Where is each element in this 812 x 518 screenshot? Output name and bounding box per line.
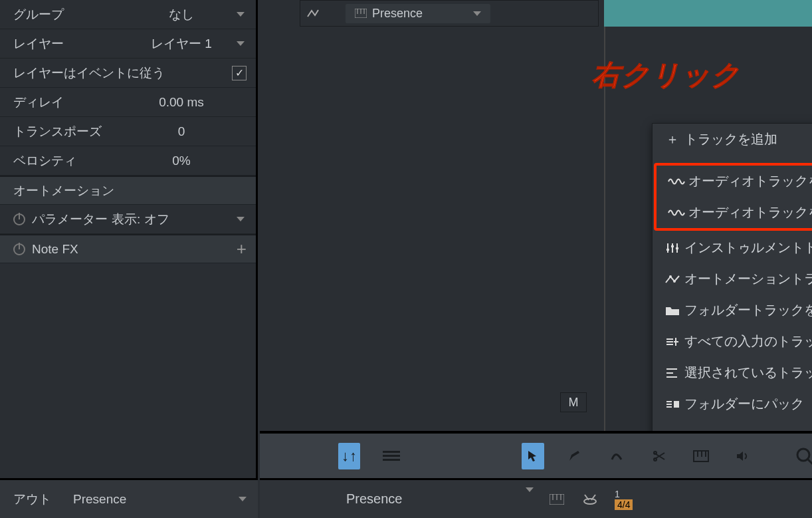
time-signature-value: 4/4 (615, 499, 633, 510)
add-notefx-icon[interactable]: + (237, 239, 247, 259)
transpose-label: トランスポーズ (13, 123, 128, 140)
prop-layer[interactable]: レイヤー レイヤー 1 (0, 29, 256, 59)
automation-line-icon (307, 9, 319, 18)
dropdown-icon[interactable] (473, 11, 481, 16)
output-selector[interactable]: アウト Presence (0, 478, 258, 518)
svg-point-36 (584, 499, 596, 504)
track-header[interactable]: Presence (300, 0, 599, 27)
menu-add-bus[interactable]: 選択されているトラックのバスを追加 (653, 357, 812, 388)
sliders-icon (660, 242, 684, 254)
velocity-label: ベロシティ (13, 152, 128, 170)
menu-label: オーディオトラックを追加（ステレオ） (688, 203, 812, 221)
tool-search[interactable] (794, 443, 812, 469)
piano-icon[interactable] (540, 494, 573, 505)
inspector-panel: グループ なし レイヤー レイヤー 1 レイヤーはイベントに従う ✓ ディレイ … (0, 0, 258, 518)
arrange-toolbar: ↓↑ (260, 431, 812, 478)
menu-add-folder-track[interactable]: フォルダートラックを追加 (653, 295, 812, 326)
svg-point-11 (673, 280, 676, 283)
instrument-name: Presence (372, 7, 423, 21)
svg-rect-23 (674, 401, 679, 408)
power-icon[interactable] (13, 213, 25, 225)
group-value: なし (128, 6, 235, 23)
bus-icon (660, 367, 684, 379)
tool-sort[interactable]: ↓↑ (338, 443, 360, 469)
menu-label: オートメーショントラックを追加 (684, 270, 812, 288)
layer-follows-checkbox[interactable]: ✓ (232, 66, 247, 80)
channel-instrument[interactable]: Presence (346, 491, 526, 507)
menu-add-audio-stereo[interactable]: オーディオトラックを追加（ステレオ） (657, 197, 812, 228)
menu-add-instrument-track[interactable]: インストゥルメントトラックを追加 (653, 232, 812, 263)
dropdown-icon[interactable] (235, 217, 247, 221)
tool-draw[interactable] (606, 443, 628, 469)
dropdown-icon[interactable] (235, 41, 247, 46)
tool-list[interactable] (380, 443, 402, 469)
menu-label: オーディオトラックを追加（モノ） (688, 172, 812, 190)
mixer-channel-bar: Presence 1 4/4 (260, 478, 812, 518)
automation-section-header[interactable]: オートメーション (0, 176, 256, 205)
transpose-value: 0 (128, 124, 235, 139)
time-signature[interactable]: 1 4/4 (615, 489, 633, 510)
dropdown-icon[interactable] (526, 492, 540, 507)
svg-line-31 (808, 459, 812, 465)
layer-value: レイヤー 1 (128, 35, 235, 53)
bar-number: 1 (615, 489, 633, 499)
prop-layer-follows-event: レイヤーはイベントに従う ✓ (0, 59, 256, 88)
dropdown-icon[interactable] (235, 12, 247, 17)
menu-add-automation-track[interactable]: オートメーショントラックを追加 (653, 263, 812, 295)
delay-value: 0.00 ms (128, 95, 235, 110)
menu-label: 選択されているトラックのバスを追加 (684, 364, 812, 382)
svg-point-30 (797, 449, 809, 461)
plus-icon: ＋ (660, 130, 684, 148)
menu-add-all-input-tracks[interactable]: すべての入力のトラックを追加 (653, 326, 812, 357)
prop-group[interactable]: グループ なし (0, 0, 256, 29)
instrument-selector[interactable]: Presence (346, 4, 490, 23)
piano-icon (355, 9, 367, 18)
output-value: Presence (73, 492, 237, 507)
svg-rect-8 (671, 245, 674, 247)
prop-transpose[interactable]: トランスポーズ 0 (0, 117, 256, 146)
menu-add-track[interactable]: ＋ トラックを追加 T (653, 124, 812, 155)
prop-delay[interactable]: ディレイ 0.00 ms (0, 88, 256, 117)
svg-rect-7 (666, 249, 669, 251)
track-context-menu: ＋ トラックを追加 T オーディオトラックを追加（モノ） オーディオトラックを追… (652, 123, 812, 458)
annotation-right-click: 右クリック (592, 57, 741, 94)
drum-icon[interactable] (573, 493, 607, 505)
timeline-clip[interactable] (604, 0, 812, 27)
tool-mute[interactable] (732, 443, 754, 469)
folder-icon (660, 305, 684, 316)
menu-label: すべての入力のトラックを追加 (684, 332, 812, 350)
dropdown-icon[interactable] (237, 497, 249, 501)
notefx-header-label: Note FX (32, 242, 78, 257)
arrange-area[interactable]: Presence 右クリック M ＋ トラックを追加 T オーディオトラックを追… (260, 0, 812, 518)
inputs-icon (660, 336, 684, 347)
menu-label: インストゥルメントトラックを追加 (684, 239, 812, 257)
automation-icon (660, 274, 684, 285)
power-icon[interactable] (13, 243, 25, 255)
waveform-icon (664, 176, 688, 188)
annotation-highlight: オーディオトラックを追加（モノ） オーディオトラックを追加（ステレオ） (654, 163, 812, 231)
layer-label: レイヤー (13, 35, 128, 53)
menu-label: フォルダーにパック (684, 395, 812, 413)
prop-velocity[interactable]: ベロシティ 0% (0, 146, 256, 176)
menu-add-audio-mono[interactable]: オーディオトラックを追加（モノ） (657, 166, 812, 197)
svg-point-25 (654, 458, 657, 461)
automation-header-label: オートメーション (13, 182, 114, 199)
delay-label: ディレイ (13, 94, 128, 111)
menu-label: トラックを追加 (684, 130, 812, 148)
velocity-value: 0% (128, 154, 235, 168)
prop-parameter[interactable]: パラメーター 表示: オフ (0, 205, 256, 234)
menu-label: フォルダートラックを追加 (684, 301, 812, 319)
svg-rect-9 (676, 247, 678, 249)
tool-cut[interactable] (648, 443, 670, 469)
layer-follows-label: レイヤーはイベントに従う (13, 65, 232, 82)
svg-point-10 (669, 275, 672, 278)
menu-pack-folder[interactable]: フォルダーにパック (653, 388, 812, 420)
waveform-icon (664, 207, 688, 219)
pack-icon (660, 399, 684, 410)
output-label: アウト (13, 491, 73, 508)
notefx-section-header[interactable]: Note FX + (0, 234, 256, 263)
tool-pencil[interactable] (564, 443, 586, 469)
tool-arrow[interactable] (522, 443, 544, 469)
mute-button[interactable]: M (560, 392, 587, 412)
tool-keyboard[interactable] (690, 443, 712, 469)
